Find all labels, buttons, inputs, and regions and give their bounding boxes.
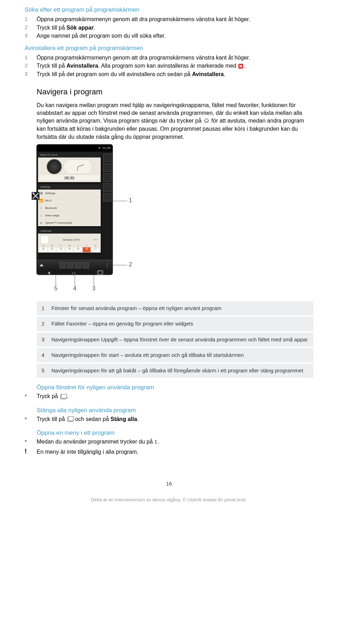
callout-3: 3 [92,285,95,292]
table-row: 1Fönster för senast använda program – öp… [37,301,313,315]
list-number: 3 [25,32,37,38]
recent-app-settings: Settings ⚙Settings 📶Wi-Fi ᛒBluetooth ↕Da… [38,184,101,226]
list-item: 3 Ange namnet på det program som du vill… [25,32,313,40]
section-heading: Avinstallera ett program på programskärm… [25,45,313,52]
task-key-icon [97,271,102,275]
table-row: 5Navigeringsknappen för att gå bakåt – g… [37,364,313,378]
callout-1: 1 [129,197,132,204]
bullet-icon: • [25,415,37,422]
back-key-icon [48,271,50,275]
document-page: Söka efter ett program på programskärmen… [0,0,338,516]
list-number: 2 [25,62,37,68]
status-bar: ✈ 01:26 [37,144,113,151]
phone-frame: ✈ 01:26 Alarm & clock 08:30 Settings [37,144,113,275]
sub-heading: Stänga alla nyligen använda program [37,407,313,414]
home-key-icon [71,271,76,275]
note-item: ! En meny är inte tillgänglig i alla pro… [25,448,313,456]
uninstall-mark-icon [238,64,243,69]
favorites-bar [102,152,113,259]
list-number: 1 [25,54,37,60]
exclaim-icon: ! [25,448,37,455]
callout-4: 4 [73,285,76,292]
home-icon [204,117,209,125]
bullet-icon: • [25,392,37,400]
table-row: 4Navigeringsknappen för start – avsluta … [37,348,313,362]
recent-apps-panel: Alarm & clock 08:30 Settings ⚙Settings 📶… [38,152,101,255]
table-row: 3Navigeringsknappen Uppgift – öppna föns… [37,333,313,347]
list-text: Tryck till på det program som du vill av… [37,70,313,78]
paragraph: Du kan navigera mellan program med hjälp… [37,101,313,141]
section-title: Navigera i program [37,87,313,97]
task-key-icon [67,417,73,422]
list-number: 2 [25,24,37,30]
section-heading: Söka efter ett program på programskärmen [25,6,313,13]
recent-app-calendar: Calendar January 1970‹ + › SMTWTFS 11 12… [38,228,101,253]
footer-text: Detta är en internetversion av denna utg… [25,497,313,502]
callout-5: 5 [54,285,57,292]
chevron-up-icon [39,264,44,266]
list-text: Ange namnet på det program som du vill s… [37,32,313,40]
page-number: 16 [25,481,313,487]
screenshot-illustration: ✈ 01:26 Alarm & clock 08:30 Settings [37,144,135,291]
callout-line [56,275,56,286]
list-item: 2 Tryck till på Avinstallera. Alla progr… [25,62,313,70]
list-item: 2 Tryck till på Sök appar. [25,24,313,32]
sub-heading: Öppna fönstret för nyligen använda progr… [37,384,313,391]
callout-line [113,201,127,201]
callout-line [113,265,127,265]
bullet-icon: • [25,438,37,445]
callout-line [94,275,94,286]
recent-app-alarm: Alarm & clock 08:30 [38,152,101,182]
list-item: • Tryck på . [25,392,313,400]
small-apps-bar: ⋮ [37,260,113,270]
legend-table: 1Fönster för senast använda program – öp… [37,301,313,378]
list-item: 1 Öppna programskärmsmenyn genom att dra… [25,54,313,62]
list-item: 3 Tryck till på det program som du vill … [25,70,313,78]
callout-line [75,275,75,286]
menu-dots-icon [155,440,157,445]
list-item: • Medan du använder programmet trycker d… [25,438,313,446]
list-text: Tryck till på Sök appar. [37,24,313,32]
ordered-list: 1 Öppna programskärmsmenyn genom att dra… [25,54,313,78]
callout-2: 2 [129,261,132,268]
sub-heading: Öppna en meny i ett program [37,429,313,436]
list-text: Tryck till på Avinstallera. Alla program… [37,62,313,70]
list-text: Öppna programskärmsmenyn genom att dra p… [37,16,313,23]
list-number: 3 [25,70,37,77]
list-number: 1 [25,16,37,22]
list-text: Öppna programskärmsmenyn genom att dra p… [37,54,313,62]
ordered-list: 1 Öppna programskärmsmenyn genom att dra… [25,16,313,40]
table-row: 2Fältet Favoriter – öppna en genväg för … [37,317,313,331]
task-key-icon [60,395,66,399]
list-item: 1 Öppna programskärmsmenyn genom att dra… [25,16,313,23]
settings-icon [32,192,39,200]
list-item: • Tryck till på och sedan på Stäng alla. [25,415,313,423]
